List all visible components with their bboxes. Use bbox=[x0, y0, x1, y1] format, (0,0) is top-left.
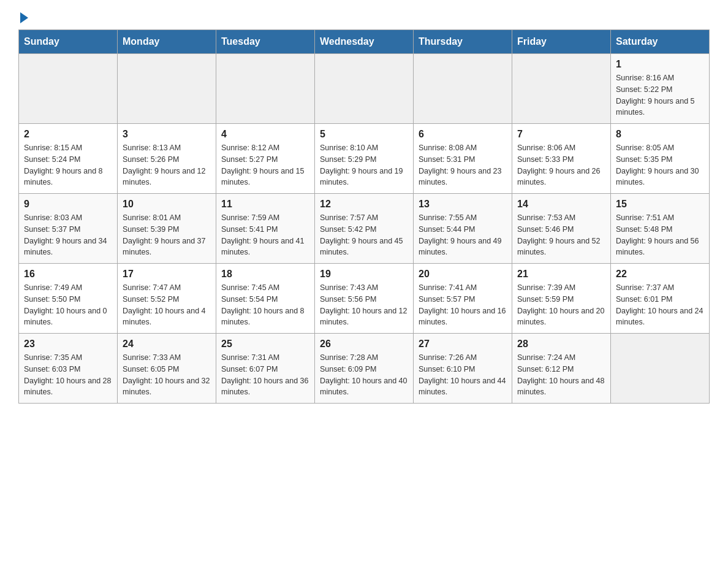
calendar-cell: 25Sunrise: 7:31 AM Sunset: 6:07 PM Dayli… bbox=[216, 334, 315, 404]
calendar-cell: 20Sunrise: 7:41 AM Sunset: 5:57 PM Dayli… bbox=[414, 264, 512, 334]
calendar-cell: 26Sunrise: 7:28 AM Sunset: 6:09 PM Dayli… bbox=[315, 334, 414, 404]
col-header-monday: Monday bbox=[118, 30, 216, 54]
calendar-cell: 27Sunrise: 7:26 AM Sunset: 6:10 PM Dayli… bbox=[414, 334, 512, 404]
calendar-cell: 11Sunrise: 7:59 AM Sunset: 5:41 PM Dayli… bbox=[216, 194, 315, 264]
day-info: Sunrise: 8:13 AM Sunset: 5:26 PM Dayligh… bbox=[123, 142, 211, 188]
day-number: 10 bbox=[123, 199, 211, 210]
col-header-thursday: Thursday bbox=[414, 30, 512, 54]
calendar-table: SundayMondayTuesdayWednesdayThursdayFrid… bbox=[18, 29, 710, 404]
day-info: Sunrise: 8:01 AM Sunset: 5:39 PM Dayligh… bbox=[123, 212, 211, 258]
day-info: Sunrise: 7:45 AM Sunset: 5:54 PM Dayligh… bbox=[221, 282, 309, 328]
day-number: 2 bbox=[24, 129, 112, 140]
calendar-cell bbox=[216, 54, 315, 124]
day-number: 9 bbox=[24, 199, 112, 210]
logo bbox=[18, 12, 28, 23]
day-info: Sunrise: 7:57 AM Sunset: 5:42 PM Dayligh… bbox=[320, 212, 408, 258]
calendar-week-row: 9Sunrise: 8:03 AM Sunset: 5:37 PM Daylig… bbox=[19, 194, 710, 264]
col-header-friday: Friday bbox=[512, 30, 611, 54]
day-number: 13 bbox=[419, 199, 507, 210]
day-number: 28 bbox=[517, 339, 605, 350]
day-number: 26 bbox=[320, 339, 408, 350]
calendar-cell: 19Sunrise: 7:43 AM Sunset: 5:56 PM Dayli… bbox=[315, 264, 414, 334]
day-number: 1 bbox=[616, 59, 704, 70]
day-info: Sunrise: 7:43 AM Sunset: 5:56 PM Dayligh… bbox=[320, 282, 408, 328]
day-info: Sunrise: 8:15 AM Sunset: 5:24 PM Dayligh… bbox=[24, 142, 112, 188]
day-number: 25 bbox=[221, 339, 309, 350]
calendar-cell: 15Sunrise: 7:51 AM Sunset: 5:48 PM Dayli… bbox=[611, 194, 710, 264]
calendar-cell: 21Sunrise: 7:39 AM Sunset: 5:59 PM Dayli… bbox=[512, 264, 611, 334]
day-number: 5 bbox=[320, 129, 408, 140]
day-number: 27 bbox=[419, 339, 507, 350]
day-info: Sunrise: 7:35 AM Sunset: 6:03 PM Dayligh… bbox=[24, 352, 112, 398]
day-number: 11 bbox=[221, 199, 309, 210]
calendar-cell bbox=[414, 54, 512, 124]
day-number: 23 bbox=[24, 339, 112, 350]
col-header-saturday: Saturday bbox=[611, 30, 710, 54]
day-info: Sunrise: 7:26 AM Sunset: 6:10 PM Dayligh… bbox=[419, 352, 507, 398]
calendar-cell: 17Sunrise: 7:47 AM Sunset: 5:52 PM Dayli… bbox=[118, 264, 216, 334]
day-number: 3 bbox=[123, 129, 211, 140]
calendar-header-row: SundayMondayTuesdayWednesdayThursdayFrid… bbox=[19, 30, 710, 54]
logo-line1 bbox=[18, 12, 28, 23]
calendar-cell: 13Sunrise: 7:55 AM Sunset: 5:44 PM Dayli… bbox=[414, 194, 512, 264]
calendar-cell: 24Sunrise: 7:33 AM Sunset: 6:05 PM Dayli… bbox=[118, 334, 216, 404]
col-header-wednesday: Wednesday bbox=[315, 30, 414, 54]
calendar-week-row: 16Sunrise: 7:49 AM Sunset: 5:50 PM Dayli… bbox=[19, 264, 710, 334]
day-info: Sunrise: 7:31 AM Sunset: 6:07 PM Dayligh… bbox=[221, 352, 309, 398]
calendar-cell: 16Sunrise: 7:49 AM Sunset: 5:50 PM Dayli… bbox=[19, 264, 118, 334]
day-info: Sunrise: 7:59 AM Sunset: 5:41 PM Dayligh… bbox=[221, 212, 309, 258]
day-info: Sunrise: 7:37 AM Sunset: 6:01 PM Dayligh… bbox=[616, 282, 704, 328]
calendar-cell: 12Sunrise: 7:57 AM Sunset: 5:42 PM Dayli… bbox=[315, 194, 414, 264]
day-info: Sunrise: 8:03 AM Sunset: 5:37 PM Dayligh… bbox=[24, 212, 112, 258]
day-number: 20 bbox=[419, 269, 507, 280]
day-info: Sunrise: 7:55 AM Sunset: 5:44 PM Dayligh… bbox=[419, 212, 507, 258]
day-number: 7 bbox=[517, 129, 605, 140]
calendar-cell bbox=[611, 334, 710, 404]
calendar-week-row: 23Sunrise: 7:35 AM Sunset: 6:03 PM Dayli… bbox=[19, 334, 710, 404]
day-info: Sunrise: 7:51 AM Sunset: 5:48 PM Dayligh… bbox=[616, 212, 704, 258]
day-info: Sunrise: 7:33 AM Sunset: 6:05 PM Dayligh… bbox=[123, 352, 211, 398]
day-info: Sunrise: 7:47 AM Sunset: 5:52 PM Dayligh… bbox=[123, 282, 211, 328]
day-info: Sunrise: 7:41 AM Sunset: 5:57 PM Dayligh… bbox=[419, 282, 507, 328]
day-info: Sunrise: 8:10 AM Sunset: 5:29 PM Dayligh… bbox=[320, 142, 408, 188]
calendar-cell: 6Sunrise: 8:08 AM Sunset: 5:31 PM Daylig… bbox=[414, 124, 512, 194]
calendar-cell bbox=[118, 54, 216, 124]
calendar-cell: 9Sunrise: 8:03 AM Sunset: 5:37 PM Daylig… bbox=[19, 194, 118, 264]
calendar-cell bbox=[315, 54, 414, 124]
calendar-cell: 7Sunrise: 8:06 AM Sunset: 5:33 PM Daylig… bbox=[512, 124, 611, 194]
day-info: Sunrise: 7:53 AM Sunset: 5:46 PM Dayligh… bbox=[517, 212, 605, 258]
day-info: Sunrise: 8:12 AM Sunset: 5:27 PM Dayligh… bbox=[221, 142, 309, 188]
day-number: 8 bbox=[616, 129, 704, 140]
calendar-cell bbox=[19, 54, 118, 124]
day-number: 22 bbox=[616, 269, 704, 280]
logo-chevron-icon bbox=[20, 12, 28, 23]
col-header-tuesday: Tuesday bbox=[216, 30, 315, 54]
calendar-cell: 23Sunrise: 7:35 AM Sunset: 6:03 PM Dayli… bbox=[19, 334, 118, 404]
calendar-cell: 3Sunrise: 8:13 AM Sunset: 5:26 PM Daylig… bbox=[118, 124, 216, 194]
day-info: Sunrise: 7:28 AM Sunset: 6:09 PM Dayligh… bbox=[320, 352, 408, 398]
calendar-cell: 10Sunrise: 8:01 AM Sunset: 5:39 PM Dayli… bbox=[118, 194, 216, 264]
calendar-cell: 1Sunrise: 8:16 AM Sunset: 5:22 PM Daylig… bbox=[611, 54, 710, 124]
day-info: Sunrise: 8:16 AM Sunset: 5:22 PM Dayligh… bbox=[616, 72, 704, 118]
calendar-cell: 22Sunrise: 7:37 AM Sunset: 6:01 PM Dayli… bbox=[611, 264, 710, 334]
day-info: Sunrise: 8:08 AM Sunset: 5:31 PM Dayligh… bbox=[419, 142, 507, 188]
day-number: 12 bbox=[320, 199, 408, 210]
day-info: Sunrise: 7:49 AM Sunset: 5:50 PM Dayligh… bbox=[24, 282, 112, 328]
day-info: Sunrise: 7:39 AM Sunset: 5:59 PM Dayligh… bbox=[517, 282, 605, 328]
day-info: Sunrise: 8:06 AM Sunset: 5:33 PM Dayligh… bbox=[517, 142, 605, 188]
day-number: 16 bbox=[24, 269, 112, 280]
calendar-cell: 14Sunrise: 7:53 AM Sunset: 5:46 PM Dayli… bbox=[512, 194, 611, 264]
calendar-cell: 18Sunrise: 7:45 AM Sunset: 5:54 PM Dayli… bbox=[216, 264, 315, 334]
day-number: 15 bbox=[616, 199, 704, 210]
day-number: 19 bbox=[320, 269, 408, 280]
day-number: 17 bbox=[123, 269, 211, 280]
calendar-week-row: 2Sunrise: 8:15 AM Sunset: 5:24 PM Daylig… bbox=[19, 124, 710, 194]
day-info: Sunrise: 7:24 AM Sunset: 6:12 PM Dayligh… bbox=[517, 352, 605, 398]
calendar-cell bbox=[512, 54, 611, 124]
logo-text bbox=[18, 12, 28, 23]
day-info: Sunrise: 8:05 AM Sunset: 5:35 PM Dayligh… bbox=[616, 142, 704, 188]
day-number: 21 bbox=[517, 269, 605, 280]
day-number: 24 bbox=[123, 339, 211, 350]
calendar-week-row: 1Sunrise: 8:16 AM Sunset: 5:22 PM Daylig… bbox=[19, 54, 710, 124]
page-header bbox=[18, 12, 710, 23]
